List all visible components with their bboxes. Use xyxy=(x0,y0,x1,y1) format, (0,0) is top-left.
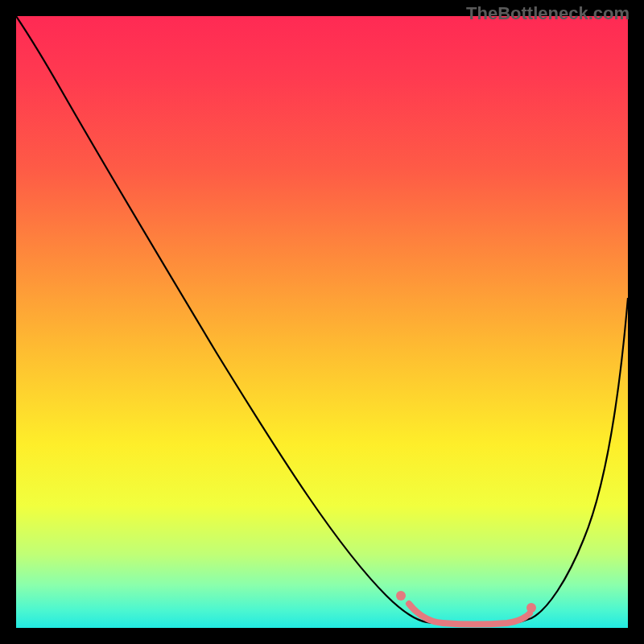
highlight-bottom-segment xyxy=(409,604,530,625)
chart-overlay xyxy=(16,16,628,628)
highlight-dot-right xyxy=(526,603,536,613)
chart-curve-line xyxy=(16,16,628,625)
highlight-dot-left xyxy=(396,591,406,601)
watermark-text: TheBottleneck.com xyxy=(466,3,630,24)
chart-plot-area xyxy=(16,16,628,628)
